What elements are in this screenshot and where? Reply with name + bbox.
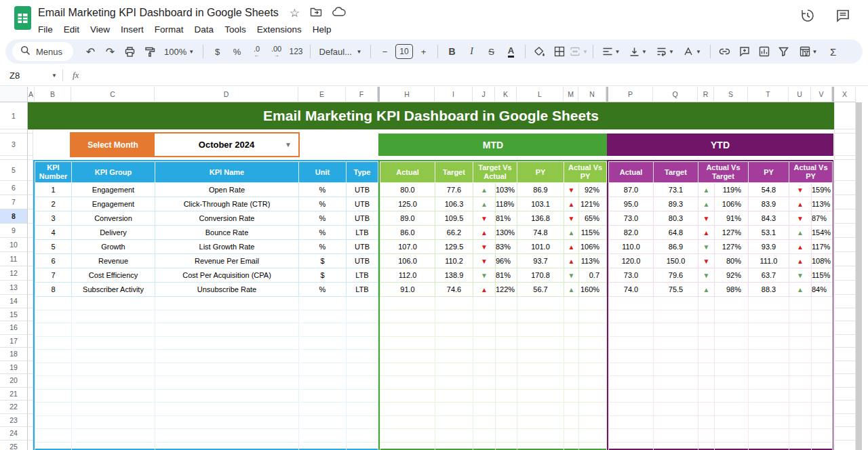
row-header-21[interactable]: 21 — [0, 388, 28, 401]
cell[interactable]: 92% — [715, 268, 749, 283]
cell[interactable] — [749, 363, 789, 376]
column-header-A[interactable]: A — [28, 87, 35, 102]
table-column-header[interactable]: Target — [435, 162, 473, 183]
cell[interactable] — [517, 415, 564, 429]
cell[interactable] — [380, 336, 435, 350]
cell[interactable] — [496, 363, 517, 376]
cell[interactable]: 91.0 — [380, 283, 435, 297]
row-header-17[interactable]: 17 — [0, 335, 28, 348]
cell[interactable] — [435, 403, 473, 416]
cell[interactable] — [380, 415, 435, 429]
cell[interactable] — [299, 363, 347, 376]
cell[interactable]: 129.5 — [435, 240, 473, 254]
row-header-1[interactable]: 1 — [0, 102, 28, 129]
row-header-9[interactable]: 9 — [0, 224, 28, 238]
cell[interactable] — [789, 429, 812, 443]
cell[interactable] — [654, 403, 698, 416]
cell[interactable] — [35, 297, 72, 310]
cell[interactable] — [698, 336, 715, 350]
cell[interactable]: 64.8 — [654, 226, 698, 240]
cell[interactable] — [579, 350, 607, 363]
cell[interactable]: 7 — [35, 268, 72, 283]
cell[interactable]: % — [299, 197, 347, 211]
cell[interactable] — [609, 403, 654, 416]
sheets-logo-icon[interactable] — [14, 5, 32, 33]
cell[interactable] — [579, 403, 607, 416]
cell[interactable]: 2 — [35, 197, 72, 211]
cell[interactable] — [789, 297, 812, 310]
cell[interactable] — [564, 389, 579, 403]
cell[interactable] — [380, 363, 435, 376]
cell[interactable]: Cost Efficiency — [72, 268, 155, 283]
cell[interactable]: 103.1 — [517, 197, 564, 211]
cell[interactable] — [496, 415, 517, 429]
cell[interactable]: 115% — [579, 226, 607, 240]
cell[interactable] — [749, 403, 789, 416]
cell[interactable] — [609, 310, 654, 323]
cell[interactable] — [380, 297, 435, 310]
cell[interactable] — [347, 376, 378, 390]
table-column-header[interactable]: PY — [749, 162, 789, 183]
cell[interactable] — [435, 323, 473, 337]
cell[interactable] — [517, 363, 564, 376]
cell[interactable] — [609, 297, 654, 310]
row-header-3[interactable]: 3 — [0, 134, 28, 156]
cell[interactable]: 83.9 — [749, 197, 789, 211]
cell[interactable] — [35, 336, 72, 350]
cell[interactable]: Growth — [72, 240, 155, 254]
menu-help[interactable]: Help — [307, 22, 337, 37]
cell[interactable]: ▼ — [473, 211, 496, 226]
cell[interactable] — [698, 376, 715, 390]
cell[interactable] — [609, 389, 654, 403]
cell[interactable]: 56.7 — [517, 283, 564, 297]
cell[interactable] — [564, 376, 579, 390]
row-header-11[interactable]: 11 — [0, 252, 28, 266]
cell[interactable] — [347, 429, 378, 443]
cell[interactable] — [579, 363, 607, 376]
cell[interactable]: % — [299, 283, 347, 297]
column-header-C[interactable]: C — [71, 87, 155, 102]
cell[interactable]: 103% — [496, 183, 517, 197]
cell[interactable] — [347, 323, 378, 337]
cell[interactable] — [347, 310, 378, 323]
cell[interactable]: 107.0 — [380, 240, 435, 254]
move-folder-icon[interactable] — [310, 6, 322, 20]
cell[interactable] — [698, 442, 715, 450]
cell[interactable] — [435, 415, 473, 429]
search-menus-button[interactable]: Menus — [12, 42, 73, 61]
cell[interactable] — [72, 310, 155, 323]
cell[interactable] — [698, 310, 715, 323]
cell[interactable] — [496, 310, 517, 323]
table-column-header[interactable]: KPI Group — [72, 162, 155, 183]
cell[interactable] — [715, 336, 749, 350]
cell[interactable] — [564, 350, 579, 363]
cell[interactable]: 127% — [715, 240, 749, 254]
cell[interactable] — [654, 350, 698, 363]
vertical-align-button[interactable]: ▼ — [625, 43, 651, 61]
cell[interactable]: 73.0 — [609, 211, 654, 226]
cell[interactable] — [654, 297, 698, 310]
cell[interactable]: 110.0 — [609, 240, 654, 254]
cell[interactable] — [473, 389, 496, 403]
cell[interactable] — [72, 376, 155, 390]
cell[interactable] — [654, 429, 698, 443]
table-column-header[interactable]: Actual Vs Target — [698, 162, 749, 183]
cell[interactable] — [789, 336, 812, 350]
cell[interactable] — [698, 415, 715, 429]
italic-button[interactable]: I — [462, 43, 481, 61]
table-column-header[interactable]: KPI Name — [155, 162, 299, 183]
cell[interactable]: ▲ — [789, 197, 812, 211]
cell[interactable] — [435, 336, 473, 350]
cell[interactable] — [473, 350, 496, 363]
cell[interactable]: ▲ — [564, 283, 579, 297]
row-header-12[interactable]: 12 — [0, 266, 28, 281]
cell[interactable] — [517, 442, 564, 450]
cell[interactable] — [789, 310, 812, 323]
cell[interactable] — [609, 429, 654, 443]
insert-chart-button[interactable] — [755, 43, 773, 61]
cell[interactable]: 83% — [496, 240, 517, 254]
filter-views-button[interactable]: ▼ — [794, 43, 823, 61]
cell[interactable] — [517, 376, 564, 390]
table-column-header[interactable]: KPI Number — [35, 162, 72, 183]
cell[interactable] — [698, 323, 715, 337]
